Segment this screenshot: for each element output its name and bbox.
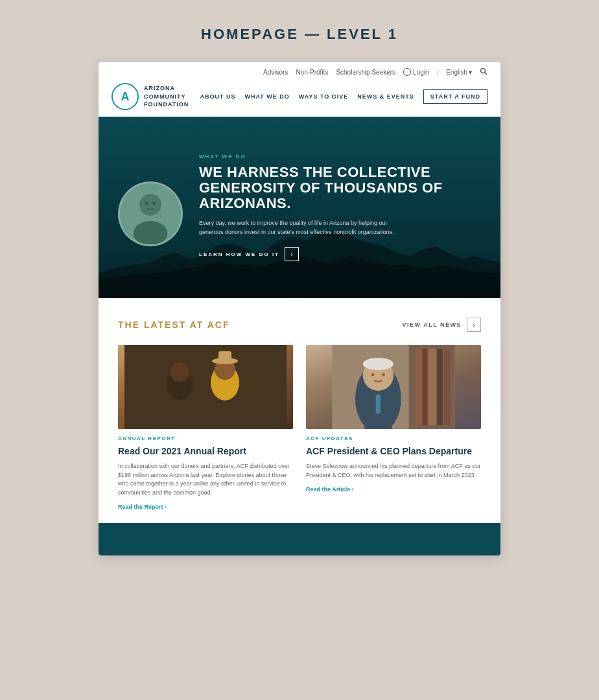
language-selector[interactable]: English ▾: [446, 69, 472, 76]
news-category-1: ACF Updates: [306, 436, 481, 441]
ceo-image: [306, 345, 481, 429]
svg-point-5: [145, 202, 148, 205]
read-more-1[interactable]: Read the Article ›: [306, 486, 481, 493]
login-button[interactable]: Login: [403, 68, 429, 76]
top-bar: Advisors Non-Profits Scholarship Seekers…: [112, 62, 487, 79]
read-more-0[interactable]: Read the Report ›: [118, 504, 293, 510]
nav-news-events[interactable]: News & Events: [357, 93, 414, 100]
nav-about-us[interactable]: About Us: [200, 93, 235, 100]
search-icon[interactable]: [480, 67, 487, 76]
svg-point-3: [139, 194, 161, 216]
svg-point-0: [481, 69, 486, 73]
svg-rect-15: [218, 351, 231, 361]
hero-person-image: [118, 181, 183, 246]
svg-rect-21: [429, 349, 436, 425]
svg-point-6: [152, 202, 156, 205]
svg-point-11: [170, 362, 189, 382]
footer-teal: [99, 523, 500, 555]
svg-rect-19: [415, 349, 421, 425]
scholarship-link[interactable]: Scholarship Seekers: [336, 69, 395, 76]
svg-rect-22: [437, 349, 442, 425]
nonprofits-link[interactable]: Non-Profits: [296, 69, 328, 76]
divider: |: [437, 69, 439, 76]
latest-section: THE LATEST AT ACF VIEW ALL NEWS ›: [99, 298, 500, 523]
latest-header: THE LATEST AT ACF VIEW ALL NEWS ›: [118, 318, 481, 332]
start-fund-button[interactable]: Start a Fund: [423, 89, 487, 104]
latest-title: THE LATEST AT ACF: [118, 320, 229, 330]
hero-cta-label: LEARN HOW WE DO IT: [199, 251, 279, 257]
svg-point-29: [371, 373, 375, 377]
news-category-0: Annual Report: [118, 436, 293, 441]
view-all-news-button[interactable]: VIEW ALL NEWS ›: [403, 318, 482, 332]
hero-content: What We Do WE HARNESS THE COLLECTIVE GEN…: [199, 154, 500, 262]
svg-point-30: [382, 373, 385, 377]
svg-line-1: [485, 73, 487, 75]
view-all-label: VIEW ALL NEWS: [403, 321, 462, 328]
logo-area: A ARIZONA COMMUNITY FOUNDATION: [112, 83, 189, 110]
logo-text: ARIZONA COMMUNITY FOUNDATION: [144, 84, 189, 109]
site-header: Advisors Non-Profits Scholarship Seekers…: [99, 62, 500, 117]
hero-cta-button[interactable]: LEARN HOW WE DO IT ›: [199, 247, 487, 261]
advisors-link[interactable]: Advisors: [263, 69, 288, 76]
hero-person-placeholder: [120, 183, 181, 244]
news-grid: Annual Report Read Our 2021 Annual Repor…: [118, 345, 481, 510]
logo-icon: A: [112, 83, 139, 110]
page-title: HOMEPAGE — LEVEL 1: [201, 26, 398, 43]
svg-rect-20: [423, 349, 427, 425]
svg-point-28: [363, 358, 393, 370]
main-nav-row: A ARIZONA COMMUNITY FOUNDATION About Us …: [112, 79, 487, 117]
hero-title: WE HARNESS THE COLLECTIVE GENEROSITY OF …: [199, 165, 487, 212]
news-desc-0: In collaboration with our donors and par…: [118, 462, 293, 497]
svg-point-4: [134, 221, 168, 244]
hero-description: Every day, we work to improve the qualit…: [199, 219, 406, 237]
main-nav: About Us What We Do Ways to Give News & …: [200, 89, 487, 104]
svg-rect-23: [444, 349, 450, 425]
hero-cta-arrow-icon: ›: [285, 247, 299, 261]
svg-rect-9: [124, 345, 287, 429]
news-title-0: Read Our 2021 Annual Report: [118, 445, 293, 457]
svg-rect-26: [376, 395, 381, 414]
view-all-arrow-icon: ›: [467, 318, 481, 332]
hero-label: What We Do: [199, 154, 487, 159]
annual-report-image: [118, 345, 293, 429]
chevron-down-icon: ▾: [469, 69, 472, 76]
news-card-image-1: [306, 345, 481, 429]
nav-ways-to-give[interactable]: Ways to Give: [299, 93, 349, 100]
news-card-1: ACF Updates ACF President & CEO Plans De…: [306, 345, 481, 510]
hero-section: What We Do WE HARNESS THE COLLECTIVE GEN…: [99, 117, 500, 298]
news-title-1: ACF President & CEO Plans Departure: [306, 445, 481, 457]
news-desc-1: Steve Seleznow announced his planned dep…: [306, 462, 481, 480]
nav-what-we-do[interactable]: What We Do: [244, 93, 289, 100]
news-card-0: Annual Report Read Our 2021 Annual Repor…: [118, 345, 293, 510]
page-title-area: HOMEPAGE — LEVEL 1: [201, 26, 398, 43]
news-card-image-0: [118, 345, 293, 429]
user-icon: [403, 68, 411, 76]
browser-window: Advisors Non-Profits Scholarship Seekers…: [99, 62, 500, 555]
